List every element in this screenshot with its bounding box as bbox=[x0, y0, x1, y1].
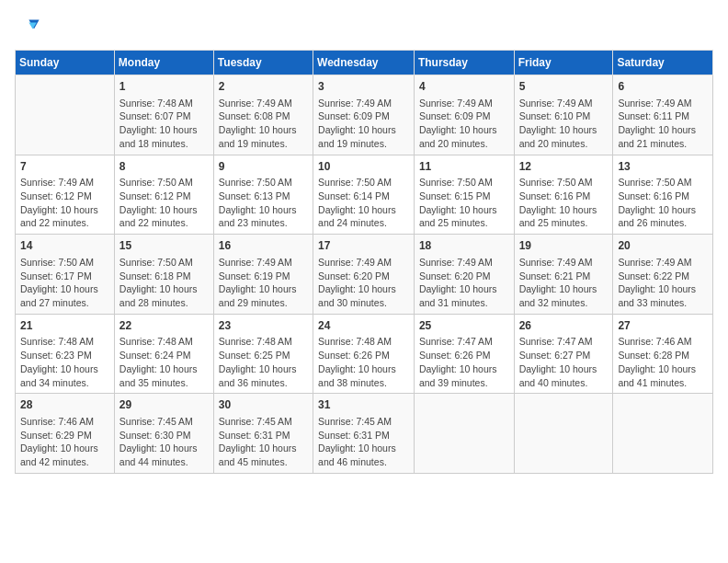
day-number: 20 bbox=[618, 238, 708, 254]
page-header bbox=[15, 15, 713, 40]
day-number: 31 bbox=[318, 397, 409, 413]
day-info: Sunrise: 7:49 AMSunset: 6:09 PMDaylight:… bbox=[419, 97, 509, 151]
day-cell bbox=[16, 75, 115, 155]
day-number: 23 bbox=[219, 318, 308, 334]
day-info: Sunrise: 7:50 AMSunset: 6:16 PMDaylight:… bbox=[618, 176, 708, 230]
header-row: SundayMondayTuesdayWednesdayThursdayFrid… bbox=[16, 51, 713, 75]
day-cell bbox=[514, 394, 613, 474]
week-row-4: 21Sunrise: 7:48 AMSunset: 6:23 PMDayligh… bbox=[16, 314, 713, 394]
day-info: Sunrise: 7:50 AMSunset: 6:12 PMDaylight:… bbox=[119, 176, 209, 230]
header-day-monday: Monday bbox=[114, 51, 213, 75]
day-info: Sunrise: 7:49 AMSunset: 6:19 PMDaylight:… bbox=[219, 256, 308, 310]
day-number: 21 bbox=[20, 318, 109, 334]
day-number: 15 bbox=[119, 238, 209, 254]
day-number: 1 bbox=[119, 79, 209, 95]
day-info: Sunrise: 7:49 AMSunset: 6:20 PMDaylight:… bbox=[318, 256, 409, 310]
day-number: 17 bbox=[318, 238, 409, 254]
day-cell: 23Sunrise: 7:48 AMSunset: 6:25 PMDayligh… bbox=[213, 314, 313, 394]
day-number: 16 bbox=[219, 238, 308, 254]
day-cell: 11Sunrise: 7:50 AMSunset: 6:15 PMDayligh… bbox=[414, 155, 514, 235]
day-info: Sunrise: 7:50 AMSunset: 6:15 PMDaylight:… bbox=[419, 176, 509, 230]
header-day-wednesday: Wednesday bbox=[313, 51, 415, 75]
day-info: Sunrise: 7:48 AMSunset: 6:24 PMDaylight:… bbox=[119, 335, 209, 389]
day-cell: 14Sunrise: 7:50 AMSunset: 6:17 PMDayligh… bbox=[16, 235, 115, 315]
day-cell: 29Sunrise: 7:45 AMSunset: 6:30 PMDayligh… bbox=[114, 394, 213, 474]
day-info: Sunrise: 7:48 AMSunset: 6:26 PMDaylight:… bbox=[318, 335, 409, 389]
day-info: Sunrise: 7:49 AMSunset: 6:11 PMDaylight:… bbox=[618, 97, 708, 151]
day-info: Sunrise: 7:46 AMSunset: 6:29 PMDaylight:… bbox=[20, 415, 109, 469]
day-number: 8 bbox=[119, 159, 209, 175]
day-number: 3 bbox=[318, 79, 409, 95]
day-number: 9 bbox=[219, 159, 308, 175]
day-number: 13 bbox=[618, 159, 708, 175]
day-cell: 21Sunrise: 7:48 AMSunset: 6:23 PMDayligh… bbox=[16, 314, 115, 394]
day-info: Sunrise: 7:48 AMSunset: 6:23 PMDaylight:… bbox=[20, 335, 109, 389]
header-day-sunday: Sunday bbox=[16, 51, 115, 75]
day-cell: 5Sunrise: 7:49 AMSunset: 6:10 PMDaylight… bbox=[514, 75, 613, 155]
day-cell: 22Sunrise: 7:48 AMSunset: 6:24 PMDayligh… bbox=[114, 314, 213, 394]
day-cell: 18Sunrise: 7:49 AMSunset: 6:20 PMDayligh… bbox=[414, 235, 514, 315]
week-row-3: 14Sunrise: 7:50 AMSunset: 6:17 PMDayligh… bbox=[16, 235, 713, 315]
day-cell: 9Sunrise: 7:50 AMSunset: 6:13 PMDaylight… bbox=[213, 155, 313, 235]
day-number: 2 bbox=[219, 79, 308, 95]
day-cell: 6Sunrise: 7:49 AMSunset: 6:11 PMDaylight… bbox=[613, 75, 713, 155]
day-info: Sunrise: 7:47 AMSunset: 6:26 PMDaylight:… bbox=[419, 335, 509, 389]
week-row-5: 28Sunrise: 7:46 AMSunset: 6:29 PMDayligh… bbox=[16, 394, 713, 474]
day-info: Sunrise: 7:49 AMSunset: 6:22 PMDaylight:… bbox=[618, 256, 708, 310]
calendar-table: SundayMondayTuesdayWednesdayThursdayFrid… bbox=[15, 50, 713, 474]
day-number: 7 bbox=[20, 159, 109, 175]
day-cell: 26Sunrise: 7:47 AMSunset: 6:27 PMDayligh… bbox=[514, 314, 613, 394]
day-info: Sunrise: 7:50 AMSunset: 6:13 PMDaylight:… bbox=[219, 176, 308, 230]
day-info: Sunrise: 7:50 AMSunset: 6:16 PMDaylight:… bbox=[519, 176, 609, 230]
day-cell: 30Sunrise: 7:45 AMSunset: 6:31 PMDayligh… bbox=[213, 394, 313, 474]
header-day-thursday: Thursday bbox=[414, 51, 514, 75]
day-number: 22 bbox=[119, 318, 209, 334]
day-cell: 24Sunrise: 7:48 AMSunset: 6:26 PMDayligh… bbox=[313, 314, 415, 394]
day-info: Sunrise: 7:48 AMSunset: 6:07 PMDaylight:… bbox=[119, 97, 209, 151]
day-cell: 27Sunrise: 7:46 AMSunset: 6:28 PMDayligh… bbox=[613, 314, 713, 394]
day-cell: 13Sunrise: 7:50 AMSunset: 6:16 PMDayligh… bbox=[613, 155, 713, 235]
day-cell: 7Sunrise: 7:49 AMSunset: 6:12 PMDaylight… bbox=[16, 155, 115, 235]
day-number: 14 bbox=[20, 238, 109, 254]
day-info: Sunrise: 7:49 AMSunset: 6:10 PMDaylight:… bbox=[519, 97, 609, 151]
day-info: Sunrise: 7:46 AMSunset: 6:28 PMDaylight:… bbox=[618, 335, 708, 389]
day-number: 29 bbox=[119, 397, 209, 413]
day-cell: 1Sunrise: 7:48 AMSunset: 6:07 PMDaylight… bbox=[114, 75, 213, 155]
logo-icon bbox=[15, 15, 40, 40]
day-number: 27 bbox=[618, 318, 708, 334]
day-info: Sunrise: 7:49 AMSunset: 6:09 PMDaylight:… bbox=[318, 97, 409, 151]
day-number: 26 bbox=[519, 318, 609, 334]
day-cell bbox=[613, 394, 713, 474]
day-number: 25 bbox=[419, 318, 509, 334]
day-info: Sunrise: 7:50 AMSunset: 6:18 PMDaylight:… bbox=[119, 256, 209, 310]
day-number: 28 bbox=[20, 397, 109, 413]
header-day-friday: Friday bbox=[514, 51, 613, 75]
day-cell: 12Sunrise: 7:50 AMSunset: 6:16 PMDayligh… bbox=[514, 155, 613, 235]
day-cell: 25Sunrise: 7:47 AMSunset: 6:26 PMDayligh… bbox=[414, 314, 514, 394]
day-cell: 19Sunrise: 7:49 AMSunset: 6:21 PMDayligh… bbox=[514, 235, 613, 315]
day-info: Sunrise: 7:45 AMSunset: 6:31 PMDaylight:… bbox=[219, 415, 308, 469]
day-info: Sunrise: 7:45 AMSunset: 6:30 PMDaylight:… bbox=[119, 415, 209, 469]
day-number: 11 bbox=[419, 159, 509, 175]
day-number: 18 bbox=[419, 238, 509, 254]
day-info: Sunrise: 7:49 AMSunset: 6:12 PMDaylight:… bbox=[20, 176, 109, 230]
week-row-1: 1Sunrise: 7:48 AMSunset: 6:07 PMDaylight… bbox=[16, 75, 713, 155]
day-cell: 2Sunrise: 7:49 AMSunset: 6:08 PMDaylight… bbox=[213, 75, 313, 155]
day-number: 30 bbox=[219, 397, 308, 413]
day-cell: 8Sunrise: 7:50 AMSunset: 6:12 PMDaylight… bbox=[114, 155, 213, 235]
day-info: Sunrise: 7:48 AMSunset: 6:25 PMDaylight:… bbox=[219, 335, 308, 389]
day-number: 6 bbox=[618, 79, 708, 95]
day-cell: 28Sunrise: 7:46 AMSunset: 6:29 PMDayligh… bbox=[16, 394, 115, 474]
day-number: 24 bbox=[318, 318, 409, 334]
day-number: 12 bbox=[519, 159, 609, 175]
header-day-saturday: Saturday bbox=[613, 51, 713, 75]
day-info: Sunrise: 7:49 AMSunset: 6:20 PMDaylight:… bbox=[419, 256, 509, 310]
day-cell: 3Sunrise: 7:49 AMSunset: 6:09 PMDaylight… bbox=[313, 75, 415, 155]
logo bbox=[15, 15, 44, 40]
day-cell: 4Sunrise: 7:49 AMSunset: 6:09 PMDaylight… bbox=[414, 75, 514, 155]
day-cell: 15Sunrise: 7:50 AMSunset: 6:18 PMDayligh… bbox=[114, 235, 213, 315]
day-number: 10 bbox=[318, 159, 409, 175]
day-info: Sunrise: 7:45 AMSunset: 6:31 PMDaylight:… bbox=[318, 415, 409, 469]
day-info: Sunrise: 7:49 AMSunset: 6:08 PMDaylight:… bbox=[219, 97, 308, 151]
day-number: 5 bbox=[519, 79, 609, 95]
